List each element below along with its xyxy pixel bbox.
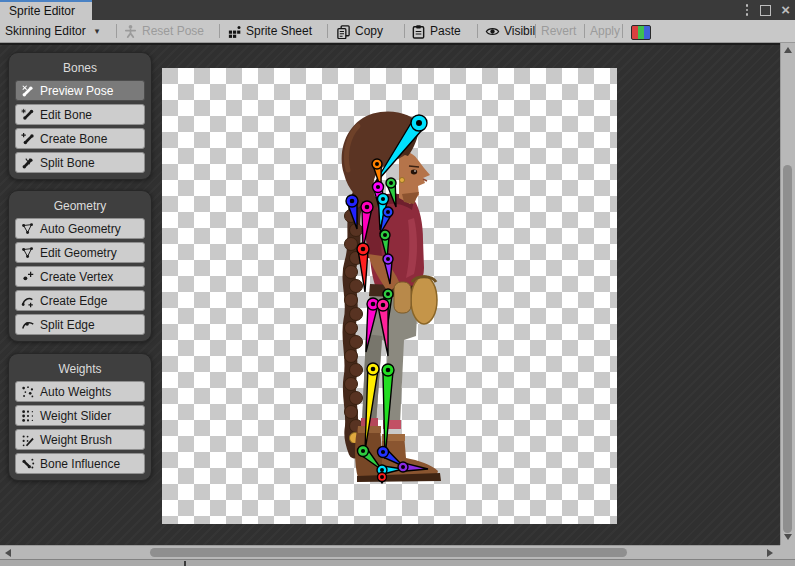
auto-weights-button[interactable]: Auto Weights [15, 381, 145, 402]
weight-slider-icon [21, 409, 35, 423]
visibility-button[interactable]: Visibil [485, 20, 535, 42]
bone-influence-button[interactable]: Bone Influence [15, 453, 145, 474]
split-edge-button[interactable]: Split Edge [15, 314, 145, 335]
panel-button-label: Edit Bone [40, 108, 92, 122]
reset-pose-button: Reset Pose [123, 20, 204, 42]
mode-dropdown-label: Skinning Editor [5, 24, 86, 38]
scroll-right-icon[interactable] [767, 549, 773, 557]
toolbar-button-label: Apply [590, 24, 620, 38]
panel-button-label: Auto Geometry [40, 222, 121, 236]
horizontal-scrollbar[interactable] [0, 545, 780, 559]
sprite-sheet-icon [227, 24, 242, 39]
toolbar-separator [622, 24, 623, 38]
tab-sprite-editor[interactable]: Sprite Editor [0, 0, 92, 20]
panel-bones: BonesPreview PoseEdit BoneCreate BoneSpl… [8, 52, 152, 180]
split-bone-button[interactable]: Split Bone [15, 152, 145, 173]
toolbar: Skinning Editor ▾ Reset PoseSprite Sheet… [0, 20, 795, 43]
panel-button-label: Create Bone [40, 132, 107, 146]
toolbar-button-label: Revert [541, 24, 576, 38]
sprite-artboard[interactable] [162, 68, 617, 524]
window-menu-icon[interactable] [744, 2, 751, 18]
edit-bone-icon [21, 108, 35, 122]
scroll-down-icon[interactable] [784, 534, 792, 540]
tab-bar: Sprite Editor × [0, 0, 795, 20]
toolbar-separator [477, 24, 478, 38]
preview-pose-button[interactable]: Preview Pose [15, 80, 145, 101]
panel-title: Bones [14, 58, 146, 80]
panel-button-label: Bone Influence [40, 457, 120, 471]
eye-icon [485, 24, 500, 39]
toolbar-separator [327, 24, 328, 38]
toolbar-separator [219, 24, 220, 38]
panel-weights: WeightsAuto WeightsWeight SliderWeight B… [8, 353, 152, 481]
panel-button-label: Weight Brush [40, 433, 112, 447]
split-edge-icon [21, 318, 35, 332]
panel-button-label: Create Edge [40, 294, 107, 308]
split-bone-icon [21, 156, 35, 170]
preview-pose-icon [21, 84, 35, 98]
panel-geometry: GeometryAuto GeometryEdit GeometryCreate… [8, 190, 152, 342]
create-edge-icon [21, 294, 35, 308]
horizontal-scrollbar-thumb[interactable] [150, 548, 627, 557]
bone-influence-icon [21, 457, 35, 471]
toolbar-button-label: Sprite Sheet [246, 24, 312, 38]
edit-geometry-button[interactable]: Edit Geometry [15, 242, 145, 263]
mode-dropdown[interactable]: Skinning Editor ▾ [5, 20, 99, 42]
vertical-scrollbar[interactable] [780, 43, 795, 545]
weight-brush-button[interactable]: Weight Brush [15, 429, 145, 450]
color-swatch-icon[interactable] [631, 25, 651, 40]
create-vertex-icon [21, 270, 35, 284]
panel-button-label: Edit Geometry [40, 246, 117, 260]
create-edge-button[interactable]: Create Edge [15, 290, 145, 311]
auto-weights-icon [21, 385, 35, 399]
toolbar-button-label: Reset Pose [142, 24, 204, 38]
vertical-scrollbar-thumb[interactable] [783, 165, 792, 533]
panel-title: Geometry [14, 196, 146, 218]
tab-title: Sprite Editor [9, 4, 75, 18]
apply-button: Apply [590, 20, 620, 42]
panel-button-label: Weight Slider [40, 409, 111, 423]
scroll-up-icon[interactable] [784, 47, 792, 53]
resize-notch [184, 561, 186, 566]
scrollbar-corner [780, 545, 795, 559]
weight-slider-button[interactable]: Weight Slider [15, 405, 145, 426]
panel-button-label: Split Bone [40, 156, 95, 170]
window-bottom-edge [0, 559, 795, 566]
toolbar-button-label: Paste [430, 24, 461, 38]
revert-button: Revert [541, 20, 576, 42]
edit-bone-button[interactable]: Edit Bone [15, 104, 145, 125]
sprite-view [162, 68, 617, 524]
toolbar-separator [535, 24, 536, 38]
reset-pose-icon [123, 24, 138, 39]
toolbar-button-label: Copy [355, 24, 383, 38]
create-bone-button[interactable]: Create Bone [15, 128, 145, 149]
panel-title: Weights [14, 359, 146, 381]
create-vertex-button[interactable]: Create Vertex [15, 266, 145, 287]
paste-icon [411, 24, 426, 39]
geometry-icon [21, 222, 35, 236]
maximize-icon[interactable] [760, 5, 771, 16]
panel-button-label: Create Vertex [40, 270, 113, 284]
create-bone-icon [21, 132, 35, 146]
copy-button[interactable]: Copy [336, 20, 383, 42]
close-icon[interactable]: × [781, 5, 790, 15]
auto-geometry-button[interactable]: Auto Geometry [15, 218, 145, 239]
panel-button-label: Auto Weights [40, 385, 111, 399]
scroll-left-icon[interactable] [5, 549, 11, 557]
geometry-icon [21, 246, 35, 260]
copy-icon [336, 24, 351, 39]
toolbar-separator [116, 24, 117, 38]
toolbar-button-label: Visibil [504, 24, 535, 38]
panel-button-label: Split Edge [40, 318, 95, 332]
toolbar-separator [584, 24, 585, 38]
chevron-down-icon: ▾ [95, 26, 100, 36]
weight-brush-icon [21, 433, 35, 447]
toolbar-separator [404, 24, 405, 38]
sprite-sheet-button[interactable]: Sprite Sheet [227, 20, 312, 42]
paste-button[interactable]: Paste [411, 20, 461, 42]
panel-button-label: Preview Pose [40, 84, 113, 98]
